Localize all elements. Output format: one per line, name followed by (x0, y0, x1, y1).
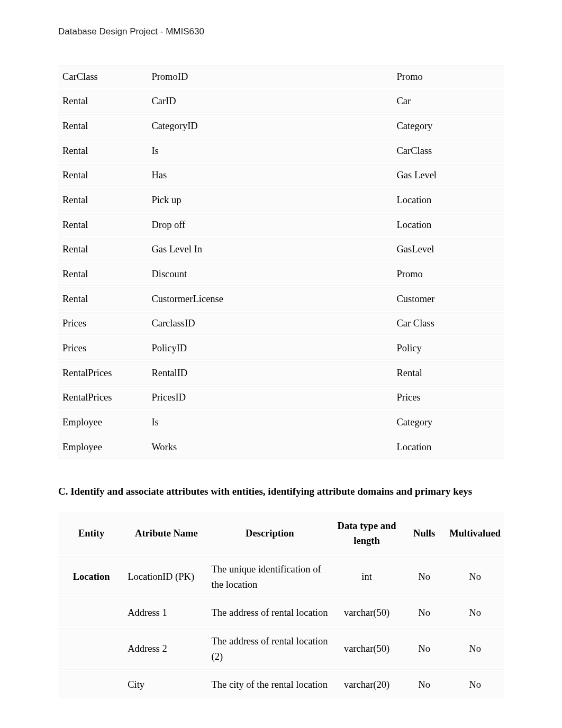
col-nulls-header: Nulls (402, 513, 446, 554)
rel-left-entity: Rental (58, 238, 147, 261)
rel-middle-attribute: CarID (147, 90, 392, 113)
cell-multivalued: No (446, 599, 504, 626)
cell-multivalued: No (446, 671, 504, 698)
rel-right-entity: Policy (392, 336, 504, 360)
rel-left-entity: Rental (58, 164, 147, 187)
cell-multivalued: No (446, 556, 504, 598)
rel-middle-attribute: Gas Level In (147, 238, 392, 261)
rel-right-entity: Category (392, 411, 504, 434)
rel-left-entity: RentalPrices (58, 386, 147, 410)
cell-datatype: varchar(20) (331, 671, 402, 698)
rel-left-entity: Rental (58, 262, 147, 286)
rel-middle-attribute: RentalID (147, 361, 392, 385)
cell-datatype: varchar(50) (331, 599, 402, 626)
table-row: PricesCarclassIDCar Class (58, 312, 504, 335)
rel-left-entity: Rental (58, 188, 147, 212)
cell-description: The city of the rental location (209, 671, 332, 698)
table-row: RentalIsCarClass (58, 139, 504, 162)
table-row: RentalPricesRentalIDRental (58, 361, 504, 385)
rel-right-entity: Promo (392, 262, 504, 286)
cell-datatype: int (331, 556, 402, 598)
table-row: CarClassPromoIDPromo (58, 65, 504, 88)
col-entity-header: Entity (58, 513, 124, 554)
cell-entity: Location (58, 556, 124, 598)
table-row: RentalCustormerLicenseCustomer (58, 287, 504, 311)
attribute-table-header-row: Entity Atribute Name Description Data ty… (58, 513, 504, 554)
table-row: PricesPolicyIDPolicy (58, 336, 504, 360)
rel-right-entity: Location (392, 188, 504, 212)
cell-nulls: No (402, 628, 446, 670)
rel-middle-attribute: Pick up (147, 188, 392, 212)
rel-left-entity: CarClass (58, 65, 147, 88)
rel-left-entity: Employee (58, 435, 147, 459)
col-datatype-header: Data type and length (331, 513, 402, 554)
rel-right-entity: Gas Level (392, 164, 504, 187)
rel-left-entity: Employee (58, 411, 147, 434)
rel-middle-attribute: Discount (147, 262, 392, 286)
rel-middle-attribute: CarclassID (147, 312, 392, 335)
cell-attribute-name: Address 1 (124, 599, 208, 626)
rel-right-entity: GasLevel (392, 238, 504, 261)
rel-right-entity: Promo (392, 65, 504, 88)
rel-left-entity: Rental (58, 287, 147, 311)
table-row: RentalCategoryIDCategory (58, 114, 504, 138)
rel-left-entity: Rental (58, 90, 147, 113)
table-row: RentalCarIDCar (58, 90, 504, 113)
cell-entity (58, 599, 124, 626)
table-row: RentalDrop offLocation (58, 213, 504, 236)
table-row: LocationLocationID (PK)The unique identi… (58, 556, 504, 598)
cell-attribute-name: LocationID (PK) (124, 556, 208, 598)
col-attribute-header: Atribute Name (124, 513, 208, 554)
rel-middle-attribute: PolicyID (147, 336, 392, 360)
rel-right-entity: CarClass (392, 139, 504, 162)
cell-entity (58, 628, 124, 670)
cell-description: The unique identification of the locatio… (209, 556, 332, 598)
cell-nulls: No (402, 671, 446, 698)
col-description-header: Description (209, 513, 332, 554)
cell-attribute-name: City (124, 671, 208, 698)
rel-left-entity: Rental (58, 139, 147, 162)
section-c-heading: C. Identify and associate attributes wit… (58, 481, 504, 502)
cell-nulls: No (402, 556, 446, 598)
table-row: Address 2The address of rental location … (58, 628, 504, 670)
rel-middle-attribute: Is (147, 139, 392, 162)
table-row: RentalPricesPricesIDPrices (58, 386, 504, 410)
cell-entity (58, 671, 124, 698)
table-row: EmployeeWorksLocation (58, 435, 504, 459)
rel-right-entity: Category (392, 114, 504, 138)
relationship-table: CarClassPromoIDPromoRentalCarIDCarRental… (58, 63, 504, 460)
rel-left-entity: Prices (58, 336, 147, 360)
col-multivalued-header: Multivalued (446, 513, 504, 554)
table-row: CityThe city of the rental locationvarch… (58, 671, 504, 698)
rel-left-entity: Rental (58, 114, 147, 138)
rel-middle-attribute: Drop off (147, 213, 392, 236)
rel-right-entity: Car (392, 90, 504, 113)
rel-left-entity: Prices (58, 312, 147, 335)
page-header: Database Design Project - MMIS630 (58, 26, 504, 37)
rel-middle-attribute: PromoID (147, 65, 392, 88)
cell-multivalued: No (446, 628, 504, 670)
rel-middle-attribute: CategoryID (147, 114, 392, 138)
rel-left-entity: Rental (58, 213, 147, 236)
cell-description: The address of rental location (2) (209, 628, 332, 670)
table-row: RentalPick upLocation (58, 188, 504, 212)
rel-right-entity: Prices (392, 386, 504, 410)
rel-middle-attribute: PricesID (147, 386, 392, 410)
table-row: EmployeeIsCategory (58, 411, 504, 434)
rel-left-entity: RentalPrices (58, 361, 147, 385)
cell-description: The address of rental location (209, 599, 332, 626)
cell-nulls: No (402, 599, 446, 626)
rel-right-entity: Location (392, 435, 504, 459)
rel-middle-attribute: CustormerLicense (147, 287, 392, 311)
table-row: RentalHasGas Level (58, 164, 504, 187)
rel-middle-attribute: Has (147, 164, 392, 187)
table-row: Address 1The address of rental locationv… (58, 599, 504, 626)
rel-right-entity: Location (392, 213, 504, 236)
table-row: RentalDiscountPromo (58, 262, 504, 286)
rel-right-entity: Customer (392, 287, 504, 311)
rel-middle-attribute: Works (147, 435, 392, 459)
rel-middle-attribute: Is (147, 411, 392, 434)
cell-datatype: varchar(50) (331, 628, 402, 670)
table-row: RentalGas Level InGasLevel (58, 238, 504, 261)
attribute-table: Entity Atribute Name Description Data ty… (58, 511, 504, 700)
